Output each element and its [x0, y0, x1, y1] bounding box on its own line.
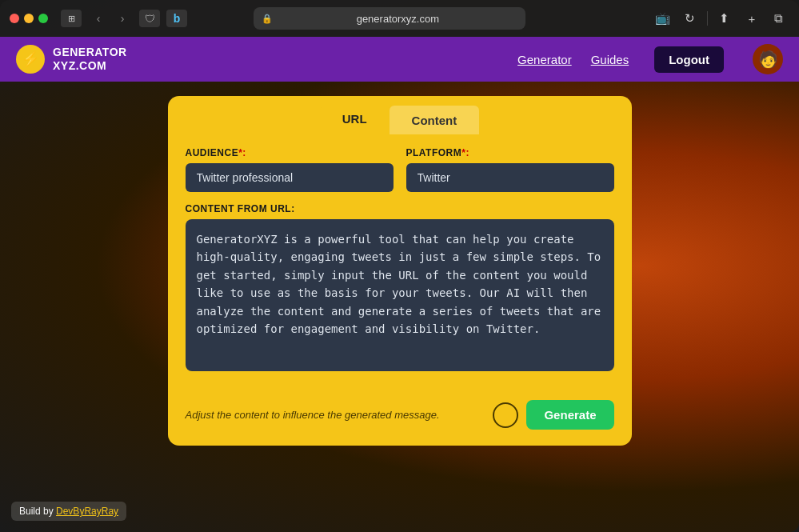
titlebar-right-controls: 📺 ↻ ⬆ + ⧉ [653, 10, 789, 27]
circle-toggle-button[interactable] [493, 402, 518, 428]
new-tab-icon[interactable]: + [741, 10, 762, 27]
guides-link[interactable]: Guides [591, 53, 629, 66]
minimize-button[interactable] [24, 14, 34, 23]
platform-label: PLATFORM*: [406, 147, 614, 158]
logo-icon: ⚡ [16, 45, 45, 74]
platform-input[interactable] [406, 163, 614, 192]
tab-content[interactable]: Content [390, 106, 480, 134]
share-icon[interactable]: ⬆ [714, 10, 735, 27]
logo-text: GENERATOR XYZ.COM [53, 46, 127, 73]
back-button[interactable]: ‹ [88, 10, 109, 27]
generate-button[interactable]: Generate [526, 400, 613, 430]
traffic-lights [10, 14, 48, 23]
audience-label: AUDIENCE*: [186, 147, 394, 158]
logout-button[interactable]: Logout [654, 46, 724, 73]
logo-line2: XYZ.COM [53, 59, 127, 73]
content-label: CONTENT FROM URL: [186, 203, 614, 214]
sidebar-toggle-button[interactable]: ⊞ [61, 10, 82, 27]
shield-button[interactable]: 🛡 [139, 10, 160, 27]
platform-group: PLATFORM*: [406, 147, 614, 192]
audience-group: AUDIENCE*: [186, 147, 394, 192]
tabs-icon[interactable]: ⧉ [769, 10, 789, 27]
content-group: CONTENT FROM URL: [186, 203, 614, 374]
build-footer: Build by DevByRayRay [11, 502, 126, 521]
divider [707, 11, 708, 26]
content-textarea[interactable] [186, 219, 614, 371]
footer-hint: Adjust the content to influence the gene… [186, 409, 493, 421]
shield-icon: 🛡 [145, 13, 155, 25]
card-footer: Adjust the content to influence the gene… [168, 392, 632, 430]
browser-window: ⊞ ‹ › 🛡 b 🔒 generatorxyz.com 📺 ↻ ⬆ + ⧉ [0, 0, 799, 532]
build-link[interactable]: DevByRayRay [56, 506, 118, 517]
maximize-button[interactable] [38, 14, 48, 23]
lock-icon: 🔒 [262, 14, 273, 24]
main-content: URL Content AUDIENCE*: [0, 82, 799, 462]
avatar: 🧑 [753, 44, 783, 74]
forward-button[interactable]: › [112, 10, 133, 27]
close-button[interactable] [10, 14, 19, 23]
audience-input[interactable] [186, 163, 394, 192]
tabs: URL Content [168, 96, 632, 134]
generator-link[interactable]: Generator [517, 53, 572, 66]
cast-icon[interactable]: 📺 [653, 10, 673, 27]
sidebar-icon: ⊞ [68, 14, 75, 24]
logo-line1: GENERATOR [53, 46, 127, 59]
form-row-audience-platform: AUDIENCE*: PLATFORM*: [186, 147, 614, 192]
tab-url[interactable]: URL [320, 106, 390, 134]
card: URL Content AUDIENCE*: [168, 96, 632, 446]
build-prefix: Build by [19, 506, 56, 517]
nav-arrows: ‹ › [88, 10, 133, 27]
reload-icon[interactable]: ↻ [680, 10, 701, 27]
bing-icon: b [174, 12, 181, 25]
nav-links: Generator Guides Logout 🧑 [517, 44, 783, 74]
card-body: AUDIENCE*: PLATFORM*: CONTENT FROM URL: [168, 134, 632, 392]
titlebar: ⊞ ‹ › 🛡 b 🔒 generatorxyz.com 📺 ↻ ⬆ + ⧉ [0, 0, 799, 37]
bing-button[interactable]: b [166, 10, 187, 27]
navbar: ⚡ GENERATOR XYZ.COM Generator Guides Log… [0, 37, 799, 82]
logo-emoji: ⚡ [22, 50, 39, 68]
url-text: generatorxyz.com [278, 13, 517, 25]
address-bar[interactable]: 🔒 generatorxyz.com [254, 7, 525, 30]
logo-area: ⚡ GENERATOR XYZ.COM [16, 45, 517, 74]
